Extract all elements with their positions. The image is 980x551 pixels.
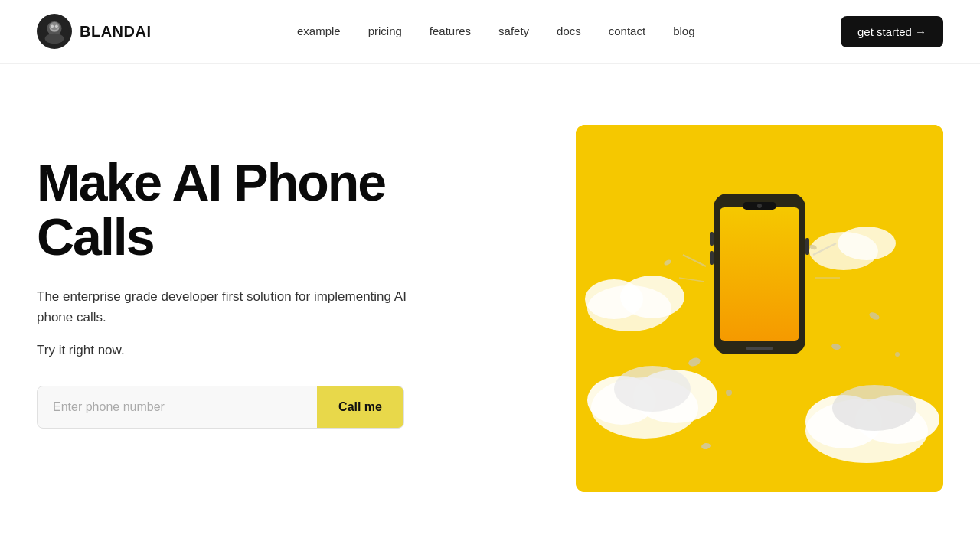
svg-rect-35	[805, 238, 809, 255]
svg-rect-33	[710, 232, 714, 246]
svg-rect-29	[720, 207, 799, 341]
hero-subtext: The enterprise grade developer first sol…	[37, 286, 435, 328]
hero-illustration	[576, 125, 943, 492]
logo-text: BLANDAI	[80, 23, 152, 41]
hero-content: Make AI Phone Calls The enterprise grade…	[37, 125, 435, 429]
svg-point-17	[620, 276, 684, 318]
nav-item-safety[interactable]: safety	[498, 24, 529, 38]
svg-point-4	[51, 24, 54, 28]
hero-heading: Make AI Phone Calls	[37, 155, 435, 265]
phone-input[interactable]	[38, 386, 317, 428]
call-me-button[interactable]: Call me	[317, 386, 403, 428]
svg-rect-34	[710, 251, 714, 265]
navbar: BLANDAI example pricing features safety …	[0, 0, 980, 64]
nav-links: example pricing features safety docs con…	[297, 24, 695, 38]
phone-svg	[576, 125, 943, 492]
logo[interactable]: BLANDAI	[37, 14, 152, 49]
nav-item-blog[interactable]: blog	[673, 24, 694, 38]
svg-point-3	[45, 34, 64, 44]
nav-item-features[interactable]: features	[430, 24, 471, 38]
svg-point-10	[614, 366, 691, 412]
nav-item-pricing[interactable]: pricing	[368, 24, 402, 38]
svg-point-32	[757, 204, 762, 208]
svg-point-19	[838, 227, 896, 260]
nav-item-docs[interactable]: docs	[557, 24, 581, 38]
hero-image-area	[481, 125, 943, 492]
svg-rect-31	[746, 347, 773, 350]
nav-item-example[interactable]: example	[297, 24, 341, 38]
logo-icon	[37, 14, 72, 49]
svg-point-5	[55, 24, 58, 28]
hero-section: Make AI Phone Calls The enterprise grade…	[0, 64, 980, 538]
nav-item-contact[interactable]: contact	[609, 24, 645, 38]
phone-input-row: Call me	[37, 386, 404, 429]
svg-point-26	[726, 390, 732, 396]
get-started-button[interactable]: get started →	[841, 16, 943, 47]
svg-point-14	[832, 385, 916, 431]
svg-point-27	[895, 352, 900, 357]
hero-try-text: Try it right now.	[37, 343, 435, 358]
